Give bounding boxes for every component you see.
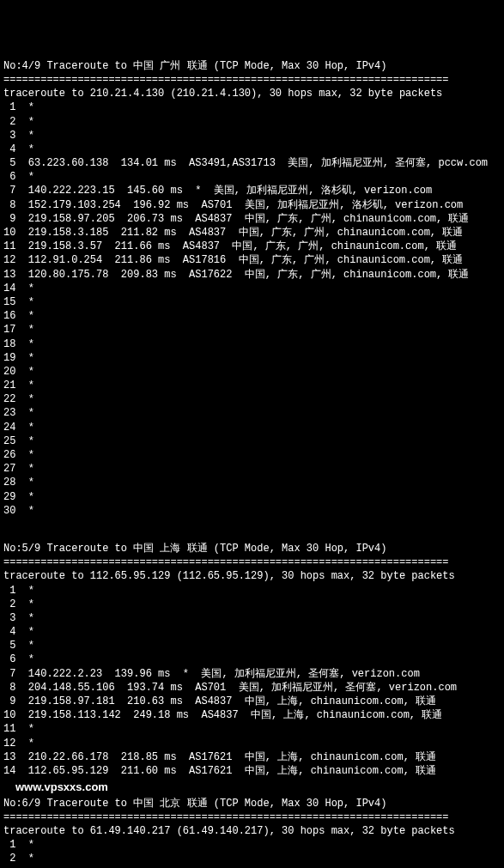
separator: ========================================… — [3, 73, 501, 87]
hop-line: 5 63.223.60.138 134.01 ms AS3491,AS31713… — [3, 156, 501, 170]
hop-line: 13 120.80.175.78 209.83 ms AS17622 中国, 广… — [3, 268, 501, 282]
traceroute-header: traceroute to 210.21.4.130 (210.21.4.130… — [3, 87, 501, 100]
hop-line: 28 * — [3, 476, 501, 489]
hop-line: 4 * — [3, 143, 501, 156]
hop-line: 1 * — [3, 838, 501, 852]
hop-line: 13 210.22.66.178 218.85 ms AS17621 中国, 上… — [3, 750, 501, 764]
hop-line: 3 * — [3, 611, 501, 625]
hop-line: 1 * — [3, 100, 501, 114]
hop-line: 24 * — [3, 421, 501, 434]
hop-line: 18 * — [3, 337, 501, 351]
traceroute-title: No:6/9 Traceroute to 中国 北京 联通 (TCP Mode,… — [3, 797, 501, 810]
hop-line: 26 * — [3, 448, 501, 462]
hop-line: 11 219.158.3.57 211.66 ms AS4837 中国, 广东,… — [3, 240, 501, 253]
separator: ========================================… — [3, 555, 501, 569]
traceroute-header: traceroute to 61.49.140.217 (61.49.140.2… — [3, 824, 501, 838]
traceroute-title: No:5/9 Traceroute to 中国 上海 联通 (TCP Mode,… — [3, 542, 501, 555]
watermark: www.vpsxxs.com — [15, 780, 501, 795]
hop-line: 10 219.158.3.185 211.82 ms AS4837 中国, 广东… — [3, 226, 501, 240]
hop-line: 3 * — [3, 129, 501, 143]
hop-line: 8 204.148.55.106 193.74 ms AS701 美国, 加利福… — [3, 681, 501, 695]
hop-line: 5 * — [3, 639, 501, 653]
hop-line: 21 * — [3, 379, 501, 392]
hop-line: 25 * — [3, 434, 501, 448]
hop-line: 10 219.158.113.142 249.18 ms AS4837 中国, … — [3, 708, 501, 722]
hop-line: 14 112.65.95.129 211.60 ms AS17621 中国, 上… — [3, 764, 501, 778]
hop-line: 29 * — [3, 490, 501, 504]
hop-line: 19 * — [3, 351, 501, 365]
hop-line: 2 * — [3, 598, 501, 611]
hop-line: 12 112.91.0.254 211.86 ms AS17816 中国, 广东… — [3, 253, 501, 267]
hop-line: 22 * — [3, 392, 501, 406]
traceroute-title: No:4/9 Traceroute to 中国 广州 联通 (TCP Mode,… — [3, 59, 501, 73]
separator: ========================================… — [3, 810, 501, 824]
hop-line: 1 * — [3, 584, 501, 598]
hop-line: 9 219.158.97.205 206.73 ms AS4837 中国, 广东… — [3, 212, 501, 226]
hop-line: 16 * — [3, 309, 501, 323]
hop-line: 7 140.222.223.15 145.60 ms * 美国, 加利福尼亚州,… — [3, 184, 501, 197]
hop-line: 7 140.222.2.23 139.96 ms * 美国, 加利福尼亚州, 圣… — [3, 667, 501, 681]
hop-line: 12 * — [3, 737, 501, 750]
terminal-output: No:4/9 Traceroute to 中国 广州 联通 (TCP Mode,… — [3, 59, 501, 868]
hop-line: 8 152.179.103.254 196.92 ms AS701 美国, 加利… — [3, 198, 501, 212]
hop-line: 9 219.158.97.181 210.63 ms AS4837 中国, 上海… — [3, 695, 501, 708]
hop-line: 6 * — [3, 170, 501, 184]
hop-line: 4 * — [3, 625, 501, 639]
hop-line: 6 * — [3, 653, 501, 666]
hop-line: 23 * — [3, 406, 501, 420]
hop-line: 2 * — [3, 115, 501, 129]
hop-line: 27 * — [3, 462, 501, 476]
hop-line: 14 * — [3, 282, 501, 295]
hop-line: 2 * — [3, 852, 501, 865]
traceroute-header: traceroute to 112.65.95.129 (112.65.95.1… — [3, 569, 501, 583]
hop-line: 30 * — [3, 504, 501, 518]
hop-line: 11 * — [3, 722, 501, 736]
hop-line: 20 * — [3, 365, 501, 379]
hop-line: 15 * — [3, 295, 501, 309]
hop-line: 17 * — [3, 323, 501, 337]
